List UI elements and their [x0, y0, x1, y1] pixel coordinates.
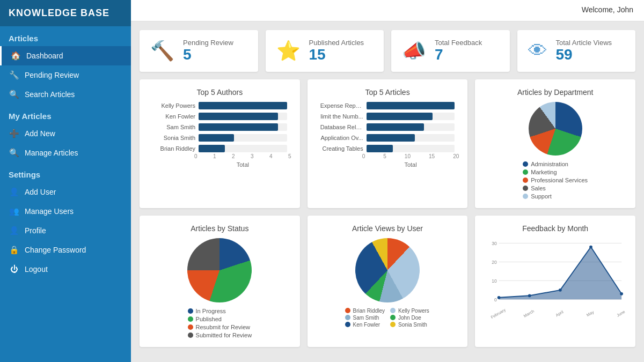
bottom-charts-row: Articles by Status In ProgressPublishedR…: [140, 216, 635, 347]
stat-label-pending: Pending Review: [183, 39, 233, 47]
legend-label: In Progress: [196, 308, 226, 314]
sidebar-item-add-new[interactable]: ➕ Add New: [0, 124, 131, 143]
sidebar-item-profile[interactable]: 👤 Profile: [0, 221, 131, 240]
sidebar-item-profile-label: Profile: [25, 226, 46, 235]
svg-text:April: April: [555, 309, 565, 318]
legend-dot: [345, 322, 350, 327]
sidebar-item-change-password[interactable]: 🔒 Change Password: [0, 240, 131, 260]
legend-label: Administration: [531, 161, 568, 167]
megaphone-icon: 📣: [402, 40, 426, 62]
legend-label: Submitted for Review: [196, 332, 252, 338]
sidebar-item-logout-label: Logout: [25, 265, 48, 274]
bar-fill: [367, 145, 393, 152]
legend-label: Sonia Smith: [398, 322, 427, 328]
lock-icon: 🔒: [9, 245, 19, 255]
svg-text:June: June: [616, 309, 626, 317]
sidebar-item-manage-articles[interactable]: 🔍 Manage Articles: [0, 143, 131, 162]
bar-label: limit the Numb...: [320, 113, 363, 120]
sidebar-item-change-password-label: Change Password: [25, 246, 86, 254]
sidebar-item-search-articles[interactable]: 🔍 Search Articles: [0, 85, 131, 104]
feedback-svg: 0102030FebruaryMarchAprilMayJune: [484, 238, 627, 320]
bar-label: Creating Tables: [320, 145, 363, 152]
legend-dot: [523, 178, 528, 183]
bar-row: Ken Fowler: [152, 113, 287, 120]
legend-dot: [345, 315, 350, 320]
stat-label-published: Published Articles: [309, 39, 364, 47]
bar-fill: [199, 145, 225, 152]
app-title: KNOWLEDGE BASE: [0, 0, 131, 26]
bar-track: [199, 113, 287, 120]
bar-track: [367, 123, 455, 131]
legend-label: Kelly Powers: [398, 308, 429, 314]
svg-point-12: [589, 245, 592, 248]
legend-item: Resubmit for Review: [188, 324, 252, 330]
legend-dot: [188, 324, 193, 330]
bar-track: [199, 145, 287, 152]
main-content: Welcome, John 🔨 Pending Review 5 ⭐ Publi…: [131, 0, 644, 362]
legend-item: Brian Riddley: [345, 308, 385, 314]
sidebar-item-manage-users[interactable]: 👥 Manage Users: [0, 202, 131, 221]
top-charts-row: Top 5 Authors Kelly Powers Ken Fowler Sa…: [140, 79, 635, 208]
legend-item: Sonia Smith: [390, 322, 430, 328]
pending-review-icon: 🔧: [9, 70, 19, 80]
sidebar-item-dashboard-label: Dashboard: [26, 51, 63, 60]
top-authors-title: Top 5 Authors: [148, 88, 291, 97]
top-articles-title: Top 5 Articles: [316, 88, 459, 97]
sidebar-item-pending-review[interactable]: 🔧 Pending Review: [0, 65, 131, 85]
views-chart: Article Views by User Brian RiddleyKelly…: [308, 216, 468, 347]
authors-bar-chart: Kelly Powers Ken Fowler Sam Smith Sonia …: [152, 102, 287, 152]
dashboard-icon: 🏠: [10, 51, 21, 61]
dept-chart: Articles by Department AdministrationMar…: [475, 79, 635, 208]
feedback-line-chart: 0102030FebruaryMarchAprilMayJune: [484, 238, 627, 322]
legend-item: Support: [523, 193, 588, 200]
sidebar-item-logout[interactable]: ⏻ Logout: [0, 260, 131, 278]
bar-track: [367, 102, 455, 109]
stat-value-views: 59: [556, 47, 612, 63]
bar-label: Sonia Smith: [152, 135, 195, 141]
articles-section-label: Articles: [0, 26, 131, 46]
bar-fill: [199, 113, 278, 120]
axis-tick: 15: [429, 153, 435, 159]
stat-info-views: Total Article Views 59: [556, 39, 612, 63]
sidebar-item-search-label: Search Articles: [25, 90, 75, 99]
hammer-icon: 🔨: [150, 40, 174, 62]
profile-icon: 👤: [9, 226, 19, 235]
legend-label: Published: [196, 316, 222, 322]
svg-text:February: February: [490, 307, 507, 320]
bar-row: Kelly Powers: [152, 102, 287, 109]
stats-row: 🔨 Pending Review 5 ⭐ Published Articles …: [140, 30, 635, 72]
legend-label: Professional Services: [531, 177, 588, 183]
stat-info-published: Published Articles 15: [309, 39, 364, 63]
legend-label: Brian Riddley: [353, 308, 385, 314]
top-articles-chart: Top 5 Articles Expense Repo... limit the…: [308, 79, 468, 208]
bar-track: [367, 113, 455, 120]
bar-row: limit the Numb...: [320, 113, 455, 120]
search-articles-icon: 🔍: [9, 90, 19, 99]
bar-fill: [367, 113, 433, 120]
bar-label: Expense Repo...: [320, 102, 363, 109]
legend-item: Kelly Powers: [390, 308, 430, 314]
bar-track: [199, 134, 287, 142]
svg-point-10: [528, 294, 531, 297]
sidebar-item-add-user-label: Add User: [25, 188, 56, 196]
legend-item: Sam Smith: [345, 315, 385, 321]
articles-axis-label: Total: [362, 161, 459, 168]
sidebar-item-dashboard[interactable]: 🏠 Dashboard: [0, 46, 131, 65]
axis-tick: 5: [288, 153, 291, 159]
svg-text:March: March: [523, 308, 535, 318]
authors-axis: 012345: [194, 152, 291, 159]
sidebar-item-add-user[interactable]: 👤 Add User: [0, 182, 131, 202]
legend-label: Resubmit for Review: [196, 324, 250, 330]
bar-row: Application Ov...: [320, 134, 455, 142]
bar-row: Creating Tables: [320, 145, 455, 152]
status-pie: [187, 238, 252, 302]
dept-legend: AdministrationMarketingProfessional Serv…: [523, 161, 588, 200]
views-legend: Brian RiddleyKelly PowersSam SmithJohn D…: [345, 308, 430, 328]
axis-tick: 2: [232, 153, 235, 159]
stat-label-feedback: Total Feedback: [435, 39, 482, 47]
axis-tick: 20: [453, 153, 459, 159]
legend-label: Sales: [531, 185, 546, 191]
bar-fill: [199, 134, 234, 142]
bar-fill: [199, 102, 287, 109]
dept-chart-title: Articles by Department: [484, 88, 627, 97]
